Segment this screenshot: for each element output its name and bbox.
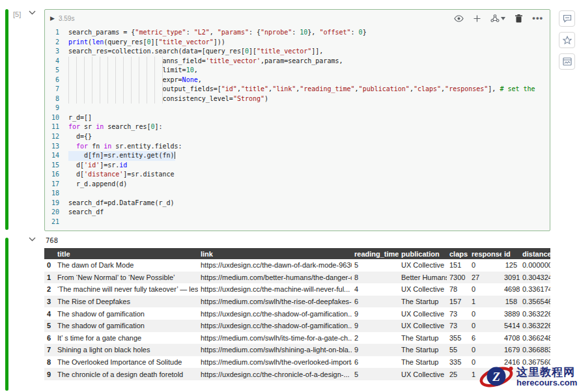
code-line[interactable]: 6 expr=None,	[45, 76, 550, 85]
table-row: 4The shadow of gamificationhttps://uxdes…	[44, 307, 550, 320]
table-row: 0The dawn of Dark Modehttps://uxdesign.c…	[44, 259, 550, 272]
text-cursor	[175, 152, 175, 159]
add-cell-icon[interactable]	[473, 15, 481, 22]
more-actions-icon[interactable]: •••	[532, 16, 543, 21]
code-line[interactable]: 12 d={}	[45, 132, 550, 142]
watermark-site-name: 这里教程网	[516, 367, 577, 378]
notebook-view-icon[interactable]	[559, 53, 575, 70]
table-cell: The Startup	[399, 356, 447, 369]
table-cell: 0	[44, 259, 55, 272]
table-column-header: claps	[447, 248, 469, 259]
output-collapse-chevron-icon[interactable]	[29, 237, 36, 242]
run-cell-button[interactable]: ▶	[50, 16, 55, 21]
table-cell: 4698	[501, 283, 520, 296]
line-number: 15	[45, 161, 59, 171]
table-cell: 7	[44, 344, 55, 356]
code-line[interactable]: 14 d[fn]=sr.entity.get(fn)	[45, 151, 550, 161]
chevron-down-icon	[501, 17, 505, 20]
code-line[interactable]: 3search_res=collection.search(data=[quer…	[45, 47, 550, 57]
line-number: 4	[45, 57, 59, 66]
table-cell: https://uxdesign.cc/the-machine-will-nev…	[198, 283, 352, 296]
line-number: 21	[45, 217, 59, 227]
code-line[interactable]: 18	[45, 189, 550, 199]
right-sidebar	[559, 10, 575, 70]
line-number: 19	[45, 199, 59, 208]
code-line[interactable]: 8 consistency_level="Strong")	[45, 94, 550, 104]
table-cell: 27	[469, 272, 501, 284]
code-line[interactable]: 1search_params = {"metric_type": "L2", "…	[45, 28, 550, 38]
code-line[interactable]: 11for sr in search_res[0]:	[45, 122, 550, 132]
table-cell: UX Collective	[399, 320, 447, 332]
table-cell: 335	[447, 356, 469, 369]
code-cell: ▶ 3.59s ••• 1search_params = {"metric_ty…	[44, 9, 550, 231]
line-number: 12	[45, 132, 59, 142]
execution-count: [5]	[13, 10, 21, 18]
table-cell: 2	[352, 332, 399, 344]
code-editor[interactable]: 1search_params = {"metric_type": "L2", "…	[45, 27, 550, 227]
code-line[interactable]: 7 output_fields=["id","title","link","re…	[45, 85, 550, 94]
code-line[interactable]: 19search_df=pd.DataFrame(r_d)	[45, 199, 550, 208]
table-cell: 0	[469, 259, 501, 272]
cell-toolbar: •••	[454, 14, 543, 23]
table-cell: The shadow of gamification	[55, 307, 198, 320]
table-cell: Better Humans	[399, 272, 447, 284]
table-cell: 4	[44, 307, 55, 320]
table-cell: 0.336174	[520, 283, 550, 296]
table-cell: It’ s time for a gate change	[55, 332, 198, 344]
table-row: 2‘The machine will never fully takeover’…	[44, 283, 550, 296]
code-line[interactable]: 17 r_d.append(d)	[45, 180, 550, 189]
star-icon[interactable]	[559, 32, 575, 48]
table-cell: 0	[469, 320, 501, 332]
table-cell: 8	[352, 272, 399, 284]
table-cell: From ‘New Normal’ to ‘New Possible’	[55, 272, 198, 284]
table-cell: 5414	[501, 320, 520, 332]
table-row: 3The Rise of Deepfakeshttps://medium.com…	[44, 296, 550, 308]
code-line[interactable]: 15 d['id']=sr.id	[45, 161, 550, 171]
table-row: 8The Overlooked Importance of Solitudeht…	[44, 356, 550, 369]
table-cell: 7300	[447, 272, 469, 284]
line-number: 14	[45, 151, 59, 161]
line-number: 16	[45, 170, 59, 180]
line-number: 13	[45, 142, 59, 152]
table-cell: 9	[352, 344, 399, 356]
code-line[interactable]: 13 for fn in sr.entity.fields:	[45, 142, 550, 152]
kernel-picker-icon[interactable]	[490, 14, 505, 23]
table-cell: 55	[447, 344, 469, 356]
table-cell: 25	[447, 368, 469, 380]
table-cell: 73	[447, 320, 469, 332]
line-number: 5	[45, 66, 59, 76]
table-cell: https://uxdesign.cc/the-dawn-of-dark-mod…	[198, 259, 352, 272]
table-cell: 6	[352, 296, 399, 308]
table-cell: The chronicle of a design death foretold	[55, 368, 198, 380]
code-line[interactable]: 20search_df	[45, 208, 550, 217]
output-execution-bar	[5, 238, 8, 391]
eye-icon[interactable]	[454, 15, 464, 22]
cell-collapse-chevron-icon[interactable]	[29, 10, 36, 15]
table-cell: UX Collective	[399, 368, 447, 380]
code-line[interactable]: 4 anns_field='title_vector',param=search…	[45, 57, 550, 66]
table-cell: UX Collective	[399, 307, 447, 320]
code-line[interactable]: 9	[45, 104, 550, 113]
code-line[interactable]: 2print(len(query_res[0]["title_vector"])…	[45, 38, 550, 48]
table-cell: 0	[469, 344, 501, 356]
table-cell: The dawn of Dark Mode	[55, 259, 198, 272]
comment-icon[interactable]	[559, 10, 575, 27]
table-cell: 0	[469, 307, 501, 320]
line-number: 8	[45, 94, 59, 104]
table-cell: 6	[352, 356, 399, 369]
code-line[interactable]: 16 d['distance']=sr.distance	[45, 170, 550, 180]
line-number: 6	[45, 76, 59, 85]
delete-cell-icon[interactable]	[515, 14, 522, 23]
table-cell: The shadow of gamification	[55, 320, 198, 332]
table-cell: 5	[44, 320, 55, 332]
table-cell: UX Collective	[399, 283, 447, 296]
code-lines: 1search_params = {"metric_type": "L2", "…	[45, 28, 550, 227]
table-row: 7Shining a light on black holeshttps://m…	[44, 344, 550, 356]
line-number: 3	[45, 47, 59, 57]
code-line[interactable]: 5 limit=10,	[45, 66, 550, 76]
code-line[interactable]: 21	[45, 217, 550, 227]
code-line[interactable]: 10r_d=[]	[45, 113, 550, 123]
table-cell: https://medium.com/better-humans/the-dan…	[198, 272, 352, 284]
table-cell: 0.363226	[520, 307, 550, 320]
table-cell: 1	[44, 272, 55, 284]
